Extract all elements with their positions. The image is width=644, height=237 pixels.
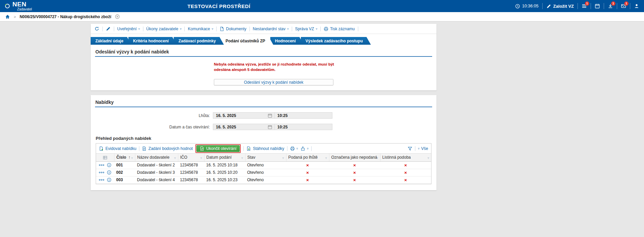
tab-vysledek-zadavaciho-postupu[interactable]: Výsledek zadávacího postupu [301,37,371,45]
warning-text: Nebyla odeslána výzva, jestliže se ji ro… [214,62,335,72]
view-selector[interactable]: ▿ Vše [418,146,428,151]
home-icon [5,14,10,19]
cell-ico: 12345678 [178,161,204,169]
toolbar-komunikace[interactable]: Komunikace ▿ [188,27,213,31]
zadani-bodovych-hodnot-button[interactable]: Zadání bodových hodnot [142,146,193,151]
divider [114,27,114,31]
filter-caret-icon[interactable]: ▿ [325,156,327,160]
offers-table: ▿ Číslo ↑ ▿ Název dodavatele ▿ IČO [96,154,431,184]
column-label: Datum podání [206,155,232,160]
row-info-button[interactable] [107,163,111,167]
toolbar-uverejneni[interactable]: Uveřejnění ▿ [117,27,140,31]
row-menu-button[interactable] [99,164,104,166]
export-table-button[interactable]: ▿ [301,146,309,151]
evidovat-nabidku-button[interactable]: Evidovat nabídku [99,146,136,151]
button-label: Stáhnout nabídky [253,146,284,151]
tab-zadavaci-podminky[interactable]: Zadávací podmínky [174,37,224,45]
toolbar-nestandardni-stav[interactable]: Nestandardní stav ▿ [253,27,289,31]
chevron-down-icon: ▿ [287,27,289,31]
row-info-button[interactable] [107,170,111,175]
col-stav[interactable]: ▿ Stav [245,154,286,161]
refresh-button[interactable] [94,26,99,31]
downloads-button[interactable]: 1 [608,3,613,9]
close-record-button[interactable] [115,14,120,19]
section-rule [95,107,432,107]
messages-button[interactable]: 1 [621,3,626,9]
cell-number: 003 [114,176,135,184]
highlight-box: Ukončit otevírání [195,144,241,153]
toolbar-ukony-zadavatele[interactable]: Úkony zadavatele ▿ [146,27,182,31]
print-table-button[interactable]: ▿ [290,146,298,151]
offers-section-title: Nabídky [91,95,436,107]
chevron-down-icon: ▿ [307,147,309,150]
filter-caret-icon[interactable]: ▿ [427,156,429,160]
user-icon [634,3,639,9]
opening-row: Datum a čas otevírání: 16. 5. 2025 10:25 [91,124,436,130]
cell-submitted: 16. 5. 2025 10:18 [204,161,245,169]
cell-late-cross-icon: × [286,161,329,169]
points-form-icon [142,146,147,151]
col-podana-po-lhute[interactable]: ▿ Podaná po lhůtě [286,154,329,161]
toolbar-dokumenty[interactable]: Dokumenty [220,27,246,31]
offers-table-toolbar: Evidovat nabídku Zadání bodových hodnot [96,144,431,154]
nen-logo[interactable]: NEN Zadavatel [5,1,32,11]
tab-hodnoceni[interactable]: Hodnocení [270,37,304,45]
cell-not-submitted-cross-icon: × [329,176,380,184]
table-row[interactable]: 001 Dodavatel - školení 2 12345678 16. 5… [96,161,431,169]
filter-button[interactable] [408,146,412,151]
home-button[interactable] [5,14,10,19]
send-invite-button[interactable]: Odeslání výzvy k podání nabídek [214,79,333,85]
calendar-picker-button[interactable] [268,113,272,118]
chevron-down-icon: ▿ [418,147,420,150]
col-ico[interactable]: ▿ IČO [178,154,204,161]
refresh-icon [94,26,99,31]
filter-caret-icon[interactable]: ▿ [174,156,176,160]
table-row[interactable]: 002 Dodavatel - školení 3 12345678 16. 5… [96,169,431,176]
tab-label: Podání účastníků ZP [226,39,265,43]
divider [542,3,543,9]
col-listinna-podoba[interactable]: ▿ Listinná podoba [380,154,431,161]
button-label: Ukončit otevírání [206,146,236,151]
main-menu-button[interactable]: 1 [582,3,587,9]
tab-podani-ucastniku-zp[interactable]: Podání účastníků ZP [221,37,273,45]
stahnout-nabidky-button[interactable]: Stáhnout nabídky [246,146,284,151]
calendar-button[interactable] [595,3,600,9]
filter-caret-icon[interactable]: ▿ [131,156,133,160]
calendar-icon [268,113,272,118]
tab-label: Kritéria hodnocení [133,39,169,43]
user-button[interactable] [634,3,639,9]
toolbar-label: Dokumenty [226,27,246,31]
filter-caret-icon[interactable]: ▿ [241,156,243,160]
breadcrumb-record[interactable]: N006/25/V00004727 - Nákup drogistického … [19,14,111,19]
col-oznacena-jako-nepodana[interactable]: ▿ Označena jako nepodaná [329,154,380,161]
toolbar-tisk-zaznamu[interactable]: Tisk záznamu [324,27,355,31]
column-settings-button[interactable] [96,154,114,161]
create-vz-label: Založit VZ [553,4,574,9]
offers-overview-title: Přehled podaných nabídek [96,136,431,141]
table-row[interactable]: 003 Dodavatel - školení 4 12345678 16. 5… [96,176,431,184]
tab-zakladni-udaje[interactable]: Základní údaje [91,37,131,45]
divider [287,146,287,151]
col-cislo[interactable]: ▿ Číslo ↑ [114,154,135,161]
clock-icon [515,4,520,9]
toolbar-sprava-vz[interactable]: Správa VZ ▿ [295,27,317,31]
calendar-picker-button[interactable] [268,125,272,129]
filter-caret-icon[interactable]: ▿ [282,156,284,160]
info-icon [107,163,111,167]
create-vz-button[interactable]: Založit VZ [546,4,574,9]
printer-icon [324,27,328,31]
download-badge: 1 [611,1,615,6]
ukoncit-otevirani-button[interactable]: Ukončit otevírání [196,145,240,152]
divider [184,27,185,31]
tab-kriteria-hodnoceni[interactable]: Kritéria hodnocení [128,37,177,45]
filter-caret-icon[interactable]: ▿ [200,156,202,160]
row-info-button[interactable] [107,177,111,182]
col-nazev-dodavatele[interactable]: ▿ Název dodavatele [135,154,178,161]
edit-record-button[interactable] [106,26,111,31]
col-datum-podani[interactable]: ▿ Datum podání [204,154,245,161]
row-menu-button[interactable] [99,179,104,181]
download-offers-icon [246,146,251,151]
row-menu-button[interactable] [99,171,104,174]
cell-supplier: Dodavatel - školení 4 [135,176,178,184]
table-header-row: ▿ Číslo ↑ ▿ Název dodavatele ▿ IČO [96,154,431,161]
